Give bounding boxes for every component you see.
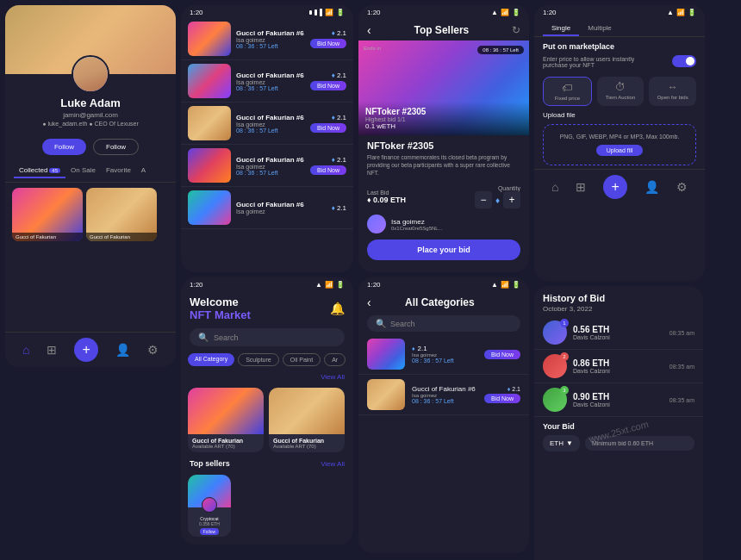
auction-btn[interactable]: ⏱ Tiem Auction [597,77,644,106]
min-bid-input[interactable]: Minimum bid 0.60 ETH [585,436,694,451]
bid-now-button[interactable]: Bid Now [310,165,346,175]
bid-name-1: Davis Calzoni [573,334,663,340]
back-icon[interactable]: ‹ [367,23,371,37]
upload-button[interactable]: Upload fill [596,145,644,156]
refresh-icon[interactable]: ↻ [512,24,520,36]
seller-mini-1[interactable]: Cryptocat 0.356 ETH Follow [188,475,231,537]
nav-settings-icon-2[interactable]: ⚙ [676,180,688,194]
open-bids-btn[interactable]: ↔ Open for bids [649,77,696,106]
nft-item-img [188,190,231,225]
nav-home-icon[interactable]: ⌂ [22,343,29,357]
top-sellers-label: Top sellers [190,459,230,468]
cat-item-1[interactable]: ♦ 2.1 Isa goimez 08 : 36 : 57 Left Bid N… [358,334,529,375]
seller-follow-button[interactable]: Follow [200,528,219,535]
nft-card-2[interactable]: Gucci of Fakurian Available ART (70) [269,388,345,452]
nav-grid-icon-2[interactable]: ⊞ [576,180,586,194]
cat-search-bar[interactable]: 🔍 Search [367,315,520,332]
bid-eth-1: 0.56 ETH [573,325,663,334]
bid-info-3: 0.90 ETH Davis Calzoni [573,392,663,408]
view-all-link[interactable]: View All [321,373,345,381]
nft-card-2-body: Gucci of Fakurian Available ART (70) [269,434,345,452]
nft-item-img [188,22,231,56]
pill-sculpture[interactable]: Sculpture [238,353,279,366]
qty-plus-button[interactable]: + [503,191,520,208]
marketplace-sub: Enter price to allow users instantly pur… [543,56,655,68]
cat-item-2-img [367,379,405,410]
pill-all[interactable]: All Category [188,353,234,366]
clock-icon: ⏱ [599,81,643,93]
nft-item-info: Gucci of Fakurian #6 Isa goimez [236,201,327,215]
marketplace-toggle[interactable] [672,55,696,67]
nav-plus-button-2[interactable]: + [603,175,627,199]
nft-item-right: ♦ 2.1 Bid Now [310,29,346,48]
cat-bid-button-1[interactable]: Bid Now [484,350,520,359]
cat-bid-button-2[interactable]: Bid Now [484,394,520,403]
cat-item-2[interactable]: Gucci of Fakurian #6 Isa goimez 08 : 36 … [358,375,529,415]
nft-item-title: Gucci of Fakurian #6 [236,29,305,37]
nft-card-1[interactable]: Gucci of Fakurian Available ART (70) [188,388,264,452]
auction-label: Tiem Auction [599,95,643,100]
nav-user-icon[interactable]: 👤 [115,343,130,357]
tab-favorite[interactable]: Favorite [101,164,136,178]
bidder-avatar [367,215,386,233]
bell-icon[interactable]: 🔔 [330,302,345,315]
bid-now-button[interactable]: Bid Now [310,123,346,133]
nav-grid-icon[interactable]: ⊞ [47,343,57,357]
nft-thumb-label-2: Gucci of Fakurian [86,233,157,241]
pill-oil[interactable]: Oil Paint [283,353,321,366]
nft-item-seller: Isa goimez [236,121,305,128]
bid-num-1: 1 [560,319,569,327]
fixed-price-btn[interactable]: 🏷 Fixed price [543,77,592,106]
seller-price: 0.1 wETH [365,122,522,130]
follow-button-2[interactable]: Follow [93,139,139,155]
nft-thumb-1[interactable]: Gucci of Fakurian [12,188,83,241]
nav-home-icon-2[interactable]: ⌂ [551,180,558,194]
nav-settings-icon[interactable]: ⚙ [147,343,159,357]
nft-price: ♦ 2.1 [332,114,346,121]
search-placeholder: Search [214,333,239,342]
nav-user-icon-2[interactable]: 👤 [644,180,659,194]
bidder-name: Isa goimez [391,218,443,226]
bid-now-button[interactable]: Bid Now [310,39,346,48]
phone-profile: Luke Adam jamin@gamil.com ● luke_adam.et… [5,5,176,367]
nft-price: ♦ 2.1 [332,72,346,79]
tag-icon: 🏷 [545,82,589,94]
profile-tags: ● luke_adam.eth ● CEO Of Lexuser [14,121,167,127]
top-sellers-view-all[interactable]: View All [321,460,345,468]
tab-collected[interactable]: Collected45 [14,164,65,178]
eth-label: ETH [550,439,564,447]
tab-multiple[interactable]: Multiple [579,22,620,36]
nft-section-header: View All [181,370,353,384]
nft-item-title: Gucci of Fakurian #6 [236,156,305,164]
list-item: Gucci of Fakurian #6 Isa goimez 08 : 36 … [181,60,353,103]
nft-thumb-2[interactable]: Gucci of Fakurian [86,188,157,241]
follow-button-1[interactable]: Follow [42,139,86,155]
nft-item-right: ♦ 2.1 Bid Now [310,156,346,175]
top-sellers-header: Top sellers View All [181,456,353,471]
pill-ar[interactable]: Ar [324,353,346,366]
qty-minus-button[interactable]: − [475,191,492,208]
bid-now-button[interactable]: Bid Now [310,81,346,90]
tab-single[interactable]: Single [543,22,579,36]
place-bid-button[interactable]: Place your bid [367,240,520,260]
cat-item-1-name: ♦ 2.1 [412,345,477,352]
bottom-nav: ⌂ ⊞ + 👤 ⚙ [5,332,176,367]
eth-select[interactable]: ETH ▼ [543,435,580,451]
tab-more[interactable]: A [136,164,151,178]
nft-item-seller: Isa goimez [236,164,305,170]
bid-item-1: 1 0.56 ETH Davis Calzoni 08:35 am [534,316,703,350]
bid-eth-2: 0.86 ETH [573,358,663,368]
bid-info-1: 0.56 ETH Davis Calzoni [573,325,663,340]
nft-card-1-sub: Available ART (70) [192,444,259,449]
cat-back-icon[interactable]: ‹ [367,296,371,309]
profile-hero [5,5,176,74]
bid-avatar-3: 3 [543,388,567,412]
nft-item-right: ♦ 2.1 Bid Now [310,114,346,133]
bid-avatar-2: 2 [543,354,567,378]
nft-item-timer: 08 : 36 : 57 Left [236,43,305,49]
seller-mini-1-avatar [202,497,217,513]
tab-on-sale[interactable]: On Sale [65,164,101,178]
search-bar[interactable]: 🔍 Search [190,328,345,346]
profile-email: jamin@gamil.com [14,111,167,119]
nav-plus-button[interactable]: + [74,338,98,362]
